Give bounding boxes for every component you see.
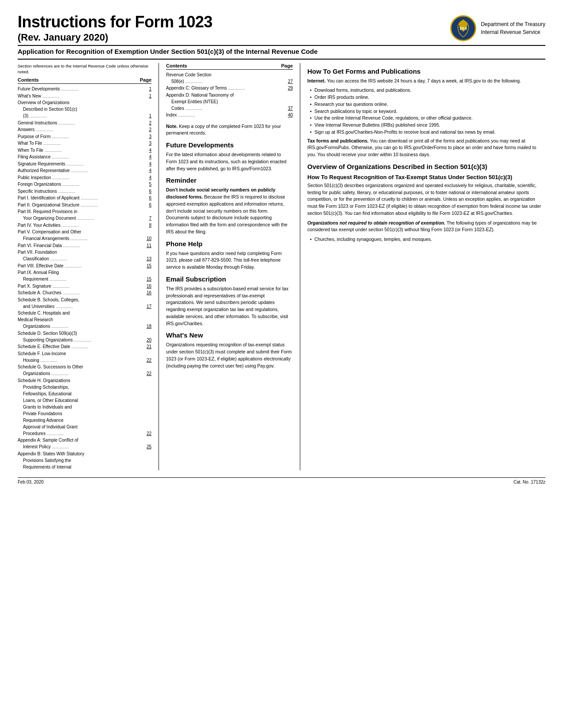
toc-header-page: Page bbox=[140, 77, 151, 83]
toc-entry-label: Part IX. Annual Filing bbox=[18, 269, 151, 276]
toc-entry: Authorized Representative . . . . . . . … bbox=[18, 167, 151, 174]
toc-continuation: ContentsPageRevenue Code Section508(e) .… bbox=[166, 63, 293, 119]
toc-entry-label: Signature Requirements . . . . . . . . .… bbox=[18, 161, 143, 168]
list-item: Use the online Internal Revenue Code, re… bbox=[311, 115, 545, 122]
toc-entry: Interest Policy . . . . . . . . . . . . … bbox=[18, 443, 151, 450]
toc-entry: General Instructions . . . . . . . . . .… bbox=[18, 120, 151, 127]
toc-entry-label: General Instructions . . . . . . . . . .… bbox=[18, 120, 143, 127]
toc-entry: When To File . . . . . . . . . . . . .4 bbox=[18, 147, 151, 154]
toc-entry: Signature Requirements . . . . . . . . .… bbox=[18, 161, 151, 168]
toc-entry-label: Part II. Organizational Structure . . . … bbox=[18, 202, 143, 209]
toc-entry-label: Classification . . . . . . . . . . . . . bbox=[23, 255, 143, 263]
toc-entry: Public Inspection . . . . . . . . . . . … bbox=[18, 174, 151, 181]
toc-entry-label: Part X. Signature . . . . . . . . . . . … bbox=[18, 283, 143, 290]
toc-entry-page: 2 bbox=[143, 126, 151, 133]
toc-entry-page: 21 bbox=[143, 343, 151, 350]
toc-entry-label: 508(e) . . . . . . . . . . . . . bbox=[171, 78, 284, 85]
toc-entry-label: Requesting Advance bbox=[23, 417, 151, 424]
toc-entry-label: Purpose of Form . . . . . . . . . . . . … bbox=[18, 133, 143, 140]
toc-entry-label: Medical Research bbox=[18, 316, 151, 323]
toc-entry-label: Part V. Compensation and Other bbox=[18, 229, 151, 235]
toc-entry: Your Organizing Document . . . . . . . .… bbox=[18, 215, 151, 222]
toc-entry: Part III. Required Provisions in bbox=[18, 208, 151, 215]
toc-entry-label: Schedule D. Section 509(a)(3) bbox=[18, 330, 151, 337]
toc-entry-label: Requirements of Internal bbox=[23, 464, 151, 470]
toc-entry: Part IV. Your Activities . . . . . . . .… bbox=[18, 222, 151, 229]
toc-entry-page: 3 bbox=[143, 140, 151, 147]
toc-entry: Schedule C. Hospitals and bbox=[18, 310, 151, 316]
toc-entry-label: Appendix D: National Taxonomy of bbox=[166, 92, 293, 98]
internet-para: Internet. You can access the IRS website… bbox=[307, 78, 545, 85]
toc-entry-label: Schedule F. Low-Income bbox=[18, 350, 151, 357]
toc-entry: 508(e) . . . . . . . . . . . . .27 bbox=[166, 78, 293, 85]
toc-entry-label: Part VI. Financial Data . . . . . . . . … bbox=[18, 242, 143, 249]
subtitle: Application for Recognition of Exemption… bbox=[18, 45, 545, 55]
toc-continuation-header: ContentsPage bbox=[166, 63, 293, 70]
toc-entry-label: Authorized Representative . . . . . . . … bbox=[18, 167, 143, 174]
toc-entry: Providing Scholarships, bbox=[18, 384, 151, 390]
reminder-text: Don't include social security numbers on… bbox=[166, 187, 293, 235]
toc-entry-page: 20 bbox=[143, 337, 151, 344]
email-sub-text: The IRS provides a subscription-based em… bbox=[166, 285, 293, 327]
toc-entry-label: Provisions Satisfying the bbox=[23, 457, 151, 464]
toc-entry-label: Schedule B. Schools, Colleges, bbox=[18, 296, 151, 303]
toc-entry: Organizations . . . . . . . . . . . . .2… bbox=[18, 370, 151, 377]
toc-entry-label: (3) . . . . . . . . . . . . . bbox=[23, 113, 143, 120]
reminder-heading: Reminder bbox=[166, 176, 293, 184]
tax-forms-para: Tax forms and publications. You can down… bbox=[307, 138, 545, 158]
toc-entry-page: 40 bbox=[284, 112, 293, 119]
toc-entry-label: What's New . . . . . . . . . . . . . bbox=[18, 93, 143, 100]
toc-entry: Schedule E. Effective Date . . . . . . .… bbox=[18, 343, 151, 350]
toc-entry-label: Public Inspection . . . . . . . . . . . … bbox=[18, 174, 143, 181]
toc-entry-page: 1 bbox=[143, 113, 151, 120]
toc-entry-page: 37 bbox=[284, 105, 293, 112]
irs-agency-text: Department of the Treasury Internal Reve… bbox=[481, 20, 545, 36]
toc-entry-label: and Universities . . . . . . . . . . . .… bbox=[23, 303, 143, 310]
header-area: Instructions for Form 1023 (Rev. January… bbox=[18, 13, 545, 43]
toc-entry-page: 13 bbox=[143, 255, 151, 263]
toc-entry-label: Organizations . . . . . . . . . . . . . bbox=[23, 323, 143, 330]
toc-entry: Appendix B: States With Statutory bbox=[18, 450, 151, 457]
toc-entry: Schedule H. Organizations bbox=[18, 377, 151, 384]
rev-line: (Rev. January 2020) bbox=[18, 32, 441, 43]
toc-entry-label: Interest Policy . . . . . . . . . . . . … bbox=[23, 443, 143, 450]
toc-entry-label: Specific Instructions . . . . . . . . . … bbox=[18, 188, 143, 195]
toc-entry: Financial Arrangements . . . . . . . . .… bbox=[18, 235, 151, 242]
footer-date: Feb 03, 2020 bbox=[18, 480, 44, 484]
toc-entry-page: 4 bbox=[143, 154, 151, 161]
toc-entry-page: 3 bbox=[143, 133, 151, 140]
list-item: Search publications by topic or keyword. bbox=[311, 108, 545, 115]
note-block: Note. Keep a copy of the completed Form … bbox=[166, 123, 293, 137]
toc-entry-label: Part I. Identification of Applicant . . … bbox=[18, 195, 143, 202]
toc-entry: Loans, or Other Educational bbox=[18, 397, 151, 404]
toc-entry-page: 6 bbox=[143, 188, 151, 195]
toc-entry: Schedule A. Churches . . . . . . . . . .… bbox=[18, 289, 151, 296]
toc-entry-label: Schedule C. Hospitals and bbox=[18, 310, 151, 316]
toc-note: Section references are to the Internal R… bbox=[18, 63, 151, 75]
toc-entry: Housing . . . . . . . . . . . . .22 bbox=[18, 357, 151, 364]
toc-entry: Provisions Satisfying the bbox=[18, 457, 151, 464]
left-column: Section references are to the Internal R… bbox=[18, 63, 159, 470]
get-forms-heading: How To Get Forms and Publications bbox=[307, 68, 545, 75]
list-item: Churches, including synagogues, temples,… bbox=[311, 236, 545, 243]
access-bullets: Download forms, instructions, and public… bbox=[307, 87, 545, 135]
toc-entry-page: 16 bbox=[143, 283, 151, 290]
toc-entry: Schedule G. Successors to Other bbox=[18, 364, 151, 370]
toc-entry: Index . . . . . . . . . . . . .40 bbox=[166, 112, 293, 119]
toc-entry-page: 4 bbox=[143, 147, 151, 154]
toc-entry: What To File . . . . . . . . . . . . .3 bbox=[18, 140, 151, 147]
toc-entry-label: Filing Assistance . . . . . . . . . . . … bbox=[18, 154, 143, 161]
toc-entry-label: Schedule A. Churches . . . . . . . . . .… bbox=[18, 289, 143, 296]
toc-entry-label: Appendix C: Glossary of Terms . . . . . … bbox=[166, 85, 284, 92]
toc-entry: Part VII. Foundation bbox=[18, 249, 151, 255]
toc-entry-label: Part VIII. Effective Date . . . . . . . … bbox=[18, 263, 143, 270]
toc-entry: Appendix D: National Taxonomy of bbox=[166, 92, 293, 98]
toc-entry-label: Appendix A: Sample Conflict of bbox=[18, 437, 151, 443]
title-block: Instructions for Form 1023 (Rev. January… bbox=[18, 13, 441, 43]
toc-entry-label: Schedule H. Organizations bbox=[18, 377, 151, 384]
toc-entry-page: 4 bbox=[143, 167, 151, 174]
tax-forms-label: Tax forms and publications. bbox=[307, 138, 369, 143]
toc-entry-label: Part III. Required Provisions in bbox=[18, 208, 151, 215]
toc-entry: Private Foundations bbox=[18, 410, 151, 417]
toc-entry: Schedule F. Low-Income bbox=[18, 350, 151, 357]
